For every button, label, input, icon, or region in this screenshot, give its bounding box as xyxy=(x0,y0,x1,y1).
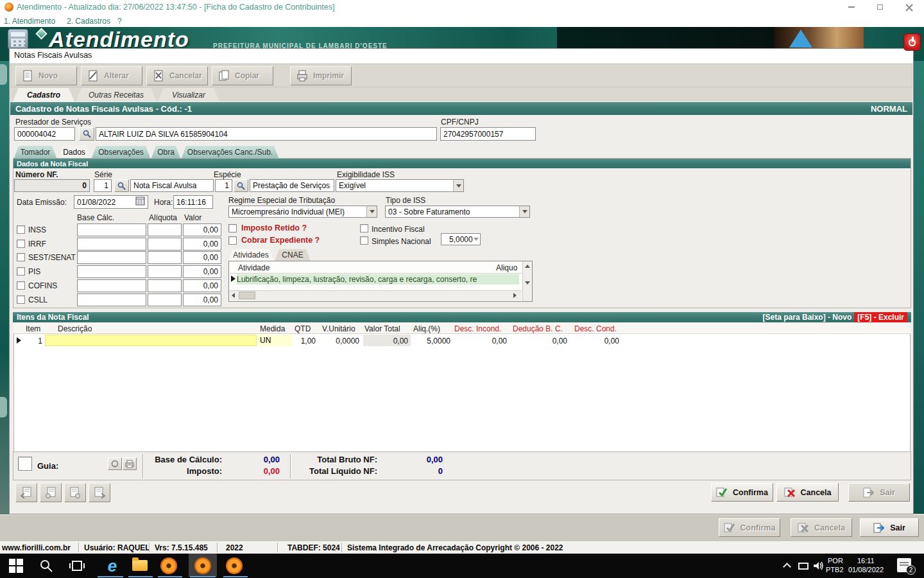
desc-incond-cell[interactable]: 0,00 xyxy=(462,337,507,346)
inss-aliquota-input[interactable] xyxy=(148,223,182,236)
serie-input[interactable]: 1 xyxy=(94,179,112,192)
valor-total-cell[interactable]: 0,00 xyxy=(366,337,408,346)
menu-cadastros[interactable]: 2. Cadastros xyxy=(67,17,110,26)
tipo-iss-select[interactable]: 03 - Sobre Faturamento xyxy=(385,206,530,218)
chevron-down-icon[interactable] xyxy=(519,206,529,217)
especie-search-button[interactable] xyxy=(234,179,248,192)
restore-button[interactable] xyxy=(870,3,889,12)
descricao-cell[interactable] xyxy=(45,335,257,346)
pis-base-input[interactable] xyxy=(77,265,146,278)
imprimir-button[interactable]: Imprimir xyxy=(290,66,352,85)
especie-desc-input[interactable]: Prestação de Serviços xyxy=(250,179,334,192)
pis-aliquota-input[interactable] xyxy=(148,265,182,278)
scroll-down-icon[interactable] xyxy=(525,281,530,285)
scroll-left-icon[interactable] xyxy=(232,293,235,298)
item-cell[interactable]: 1 xyxy=(26,337,42,346)
chevron-down-icon[interactable] xyxy=(473,234,480,245)
csll-valor-input[interactable]: 0,00 xyxy=(183,293,221,306)
cofins-aliquota-input[interactable] xyxy=(148,279,182,292)
csll-base-input[interactable] xyxy=(77,293,146,306)
hscroll-thumb[interactable] xyxy=(239,292,255,299)
menu-atendimento[interactable]: 1. Atendimento xyxy=(4,17,55,26)
task-view-button[interactable] xyxy=(69,559,85,575)
tab-dados[interactable]: Dados xyxy=(58,146,90,158)
tray-clock-date[interactable]: 01/08/2022 xyxy=(848,566,884,574)
taskbar-search-button[interactable] xyxy=(38,558,54,575)
nav-prev-button[interactable] xyxy=(40,483,62,502)
prestador-search-button[interactable] xyxy=(79,127,94,141)
sest-checkbox[interactable] xyxy=(17,253,25,261)
menu-help[interactable]: ? xyxy=(117,17,122,26)
nav-last-button[interactable] xyxy=(89,483,110,502)
atividades-hscrollbar[interactable] xyxy=(229,290,522,301)
taskbar-app2-button[interactable] xyxy=(194,557,211,574)
chevron-down-icon[interactable] xyxy=(453,180,463,191)
tab-atividades[interactable]: Atividades xyxy=(228,249,273,261)
regime-select[interactable]: Microempresário Individual (MEI) xyxy=(228,206,377,218)
aliq-cell[interactable]: 5,0000 xyxy=(413,337,450,346)
nav-next-button[interactable] xyxy=(64,483,86,502)
minimize-button[interactable] xyxy=(842,3,861,12)
tray-clock-time[interactable]: 16:11 xyxy=(857,557,875,565)
serie-search-button[interactable] xyxy=(114,179,129,192)
guia-view-button[interactable] xyxy=(108,457,122,470)
calendar-icon[interactable] xyxy=(135,197,145,207)
tab-cnae[interactable]: CNAE xyxy=(275,249,311,261)
cofins-valor-input[interactable]: 0,00 xyxy=(183,279,221,292)
tab-outras-receitas[interactable]: Outras Receitas xyxy=(76,88,157,101)
irrf-base-input[interactable] xyxy=(77,238,146,250)
inss-valor-input[interactable]: 0,00 xyxy=(183,223,221,236)
tray-language[interactable]: POR xyxy=(828,557,843,565)
atividade-row[interactable]: Lubrificação, limpeza, lustração, revisã… xyxy=(237,274,519,285)
exigibilidade-select[interactable]: Exigível xyxy=(336,179,464,192)
vunitario-cell[interactable]: 0,0000 xyxy=(321,337,359,346)
inss-base-input[interactable] xyxy=(77,223,146,236)
taskbar-explorer-button[interactable] xyxy=(132,560,148,571)
scroll-up-icon[interactable] xyxy=(525,265,530,268)
tab-tomador[interactable]: Tomador xyxy=(14,146,56,158)
data-emissao-input[interactable]: 01/08/2022 xyxy=(74,195,148,209)
close-button[interactable] xyxy=(900,3,919,12)
cobrar-expediente-checkbox[interactable] xyxy=(228,236,237,245)
csll-checkbox[interactable] xyxy=(17,295,25,304)
taskbar-app1-button[interactable] xyxy=(160,557,177,574)
serie-desc-input[interactable]: Nota Fiscal Avulsa xyxy=(130,179,214,192)
cpf-input[interactable]: 27042957000157 xyxy=(440,127,536,141)
confirma-button[interactable]: Confirma xyxy=(711,483,773,502)
csll-aliquota-input[interactable] xyxy=(148,293,182,306)
chevron-down-icon[interactable] xyxy=(366,206,377,217)
volume-icon[interactable] xyxy=(812,560,825,574)
cofins-base-input[interactable] xyxy=(77,279,146,292)
pis-valor-input[interactable]: 0,00 xyxy=(183,265,221,278)
prestador-name-input[interactable]: ALTAIR LUIZ DA SILVA 61585904104 xyxy=(96,127,437,141)
network-icon[interactable] xyxy=(798,563,809,570)
alterar-button[interactable]: Alterar xyxy=(81,66,142,85)
cancelar-button[interactable]: Cancelar xyxy=(146,66,208,85)
start-button[interactable] xyxy=(9,559,23,573)
incentivo-checkbox[interactable] xyxy=(360,224,368,232)
tray-expand-button[interactable] xyxy=(784,564,790,570)
qtd-cell[interactable]: 1,00 xyxy=(287,337,316,346)
simples-checkbox[interactable] xyxy=(360,236,368,245)
outer-cancela-button[interactable]: Cancela xyxy=(791,518,852,537)
tab-obra[interactable]: Obra xyxy=(151,146,180,158)
taskbar-ie-button[interactable]: e xyxy=(101,555,123,577)
tab-observacoes[interactable]: Observações xyxy=(92,146,150,158)
simples-valor-select[interactable]: 5,0000 xyxy=(441,233,481,245)
deducao-cell[interactable]: 0,00 xyxy=(522,337,567,346)
copiar-button[interactable]: Copiar xyxy=(212,66,273,85)
pis-checkbox[interactable] xyxy=(17,267,25,276)
prestador-code-input[interactable]: 000004042 xyxy=(14,127,75,141)
sest-valor-input[interactable]: 0,00 xyxy=(183,251,221,264)
especie-input[interactable]: 1 xyxy=(215,179,232,192)
irrf-checkbox[interactable] xyxy=(17,240,25,248)
sest-base-input[interactable] xyxy=(77,251,146,264)
desc-cond-cell[interactable]: 0,00 xyxy=(574,337,619,346)
tray-keyboard-layout[interactable]: PTB2 xyxy=(826,566,844,574)
guia-print-button[interactable] xyxy=(123,457,137,470)
irrf-aliquota-input[interactable] xyxy=(148,238,182,250)
taskbar-app3-button[interactable] xyxy=(226,557,243,574)
cancela-button[interactable]: Cancela xyxy=(776,483,839,502)
sest-aliquota-input[interactable] xyxy=(148,251,182,264)
tab-cadastro[interactable]: Cadastro xyxy=(13,88,74,101)
